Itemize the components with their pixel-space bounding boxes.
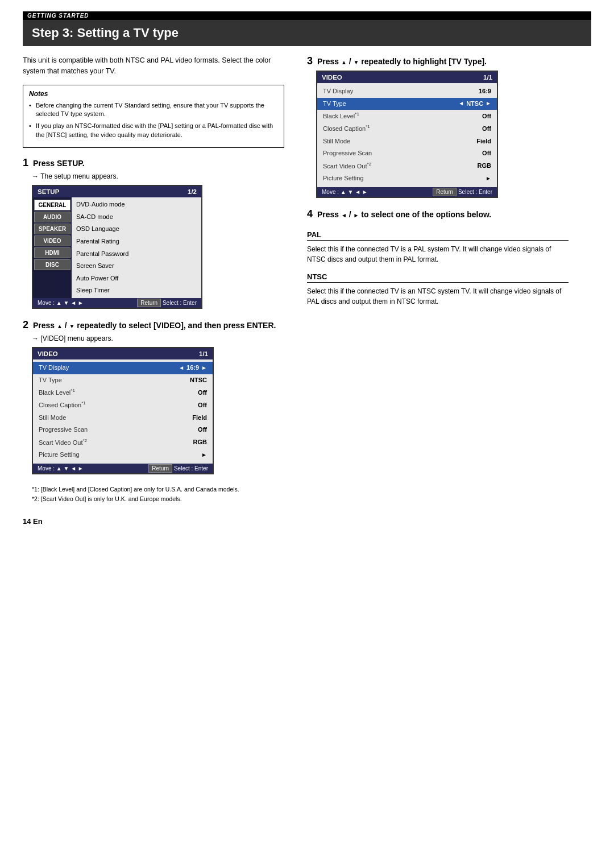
step-title: Step 3: Setting a TV type <box>23 20 591 46</box>
video-menu3-actions: Return Select : Enter <box>430 189 492 195</box>
video2-picture-label: Picture Setting <box>39 450 80 460</box>
video-menu3-title: VIDEO <box>322 74 342 81</box>
intro-text: This unit is compatible with both NTSC a… <box>23 55 284 77</box>
notes-title: Notes <box>29 90 278 98</box>
video3-blacklevel-label: Black Level*1 <box>323 111 359 121</box>
video-menu2-select: Select : <box>174 465 193 472</box>
setup-return-btn[interactable]: Return <box>137 299 161 307</box>
video2-row-closedcaption: Closed Caption*1 Off <box>33 399 213 411</box>
step2-arrow: [VIDEO] menu appears. <box>32 334 284 342</box>
video2-row-tvtype: TV Type NTSC <box>33 374 213 387</box>
video3-row-blacklevel: Black Level*1 Off <box>317 110 497 122</box>
video3-closedcaption-value: Off <box>482 124 491 134</box>
video-menu2-return-btn[interactable]: Return <box>148 464 172 473</box>
tab-audio[interactable]: AUDIO <box>34 212 70 222</box>
video3-picture-label: Picture Setting <box>323 173 364 184</box>
menu-item-sleep-timer: Sleep Timer <box>72 284 201 297</box>
video2-progscan-value: Off <box>198 425 207 435</box>
video-menu3-footer: Move : ▲ ▼ ◄ ► Return Select : Enter <box>317 187 497 197</box>
tab-general[interactable]: GENERAL <box>34 200 70 210</box>
ntsc-title: NTSC <box>307 272 569 283</box>
video-menu2-actions: Return Select : Enter <box>146 465 208 472</box>
video3-tvtype-value: ◄ NTSC ► <box>458 99 491 109</box>
page-number: 14 En <box>23 517 284 526</box>
video-menu-step2: VIDEO 1/1 TV Display ◄ 16:9 ► <box>32 347 214 474</box>
video3-row-tvdisplay: TV Display 16:9 <box>317 85 497 98</box>
note-item-1: Before changing the current TV Standard … <box>29 101 278 119</box>
video2-scart-value: RGB <box>193 437 207 448</box>
pal-title: PAL <box>307 230 569 241</box>
two-col-layout: This unit is compatible with both NTSC a… <box>23 55 591 526</box>
setup-menu-body: GENERAL AUDIO SPEAKER VIDEO HDMI DISC DV… <box>33 197 201 298</box>
footnotes: *1: [Black Level] and [Closed Caption] a… <box>32 485 284 504</box>
step3-num: 3 Press / repeatedly to highlight [TV Ty… <box>307 55 569 67</box>
header-bar: GETTING STARTED <box>23 11 591 20</box>
video3-progscan-value: Off <box>482 148 491 159</box>
video2-tvdisplay-label: TV Display <box>39 363 69 373</box>
tab-hdmi[interactable]: HDMI <box>34 247 70 258</box>
menu-item-sacd: SA-CD mode <box>72 211 201 224</box>
step1-number: 1 <box>23 157 28 168</box>
tab-disc[interactable]: DISC <box>34 259 70 270</box>
video3-row-stillmode: Still Mode Field <box>317 135 497 148</box>
video-menu2-page: 1/1 <box>199 350 208 357</box>
menu-item-auto-power: Auto Power Off <box>72 272 201 285</box>
step4-number: 4 <box>307 208 313 220</box>
menu-item-parental-password: Parental Password <box>72 248 201 261</box>
video-menu2-move: Move : ▲ ▼ ◄ ► <box>38 465 84 472</box>
setup-menu-box: SETUP 1/2 GENERAL AUDIO SPEAKER VIDEO HD… <box>32 185 202 309</box>
video3-left-arrow: ◄ <box>458 99 464 108</box>
menu-item-dvd: DVD-Audio mode <box>72 199 201 211</box>
video-menu2-footer: Move : ▲ ▼ ◄ ► Return Select : Enter <box>33 464 213 473</box>
step1-section: 1 Press SETUP. The setup menu appears. S… <box>23 157 284 309</box>
step1-arrow: The setup menu appears. <box>32 172 284 180</box>
video2-progscan-label: Progressive Scan <box>39 425 88 435</box>
setup-menu-title: SETUP <box>38 188 59 195</box>
notes-list: Before changing the current TV Standard … <box>29 101 278 140</box>
video3-closedcaption-label: Closed Caption*1 <box>323 123 370 134</box>
video3-row-closedcaption: Closed Caption*1 Off <box>317 122 497 135</box>
ntsc-section: NTSC Select this if the connected TV is … <box>307 272 569 307</box>
setup-menu-sidebar: GENERAL AUDIO SPEAKER VIDEO HDMI DISC <box>33 197 72 298</box>
video3-right-arrow: ► <box>486 99 491 108</box>
video2-closedcaption-value: Off <box>198 400 207 411</box>
ntsc-text: Select this if the connected TV is an NT… <box>307 286 569 307</box>
setup-menu-footer: Move : ▲ ▼ ◄ ► Return Select : Enter <box>33 298 201 308</box>
video3-tvdisplay-label: TV Display <box>323 86 353 97</box>
video-menu2-title: VIDEO <box>38 350 58 357</box>
col-left: This unit is compatible with both NTSC a… <box>23 55 284 526</box>
pal-section: PAL Select this if the connected TV is a… <box>307 230 569 264</box>
video2-blacklevel-value: Off <box>198 388 207 398</box>
video3-picture-arrow: ► <box>486 174 491 183</box>
video3-stillmode-value: Field <box>476 137 491 147</box>
setup-enter-label: Enter <box>183 300 197 306</box>
setup-menu-content: DVD-Audio mode SA-CD mode OSD Language P… <box>72 197 201 298</box>
menu-item-screen-saver: Screen Saver <box>72 260 201 272</box>
video2-stillmode-value: Field <box>192 413 207 423</box>
step3-section: 3 Press / repeatedly to highlight [TV Ty… <box>307 55 569 198</box>
step4-section: 4 Press / to select one of the options b… <box>307 208 569 220</box>
video3-blacklevel-value: Off <box>482 111 491 122</box>
step4-num: 4 Press / to select one of the options b… <box>307 208 569 220</box>
video2-row-picture: Picture Setting ► <box>33 449 213 461</box>
video-menu3-select: Select : <box>458 189 477 195</box>
video2-picture-arrow: ► <box>201 450 207 460</box>
step2-section: 2 Press / repeatedly to select [VIDEO], … <box>23 319 284 474</box>
tab-video[interactable]: VIDEO <box>34 235 70 246</box>
video-menu2-enter: Enter <box>194 465 208 472</box>
video2-tvtype-value: NTSC <box>190 375 207 386</box>
footnote-2: *2: [Scart Video Out] is only for U.K. a… <box>32 494 284 504</box>
video3-progscan-label: Progressive Scan <box>323 148 372 159</box>
note-item-2: If you play an NTSC-formatted disc with … <box>29 122 278 140</box>
video2-row-progscan: Progressive Scan Off <box>33 424 213 436</box>
video3-picture-value: ► <box>486 174 491 183</box>
video-menu2-body: TV Display ◄ 16:9 ► TV Type NTSC <box>33 359 213 464</box>
video-menu3-return-btn[interactable]: Return <box>433 188 457 196</box>
video-menu-step3: VIDEO 1/1 TV Display 16:9 TV Type ◄ NT <box>316 71 498 198</box>
footnote-1: *1: [Black Level] and [Closed Caption] a… <box>32 485 284 494</box>
video3-scart-label: Scart Video Out*2 <box>323 161 371 171</box>
tab-speaker[interactable]: SPEAKER <box>34 224 70 234</box>
video3-tvtype-label: TV Type <box>323 99 346 109</box>
video2-closedcaption-label: Closed Caption*1 <box>39 400 86 410</box>
video2-stillmode-label: Still Mode <box>39 413 66 423</box>
